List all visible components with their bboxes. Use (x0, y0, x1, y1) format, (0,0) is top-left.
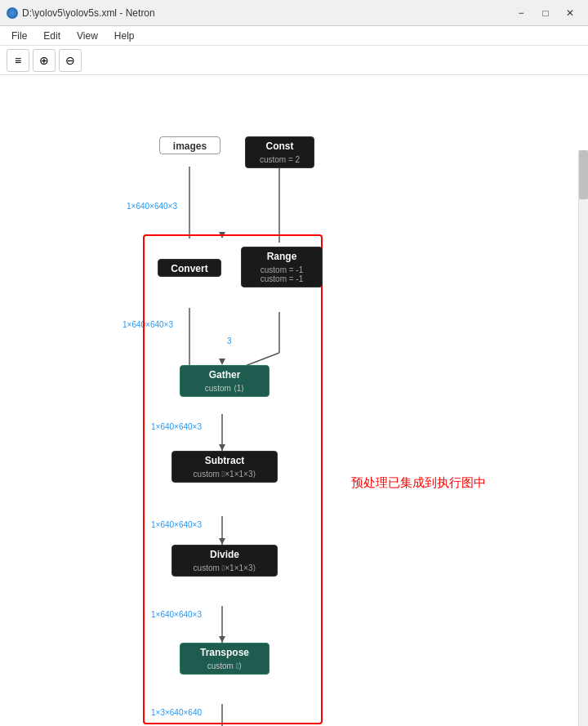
zoom-in-icon: ⊕ (39, 54, 49, 67)
node-gather[interactable]: Gather custom ⟨1⟩ (180, 365, 270, 397)
node-divide[interactable]: Divide custom 𧺁×1×1×3⟩ (172, 545, 278, 577)
node-range-title: Range (242, 247, 322, 264)
menu-help[interactable]: Help (106, 29, 143, 43)
app-icon (7, 7, 18, 19)
maximize-button[interactable]: □ (534, 5, 557, 21)
node-transpose-body: custom 𧺄⟩ (180, 660, 269, 674)
node-subtract[interactable]: Subtract custom 𧺁×1×1×3⟩ (172, 451, 278, 483)
window-title: D:\yolov5\yolov5s.xml - Netron (22, 7, 510, 19)
node-range[interactable]: Range custom = -1custom = -1 (241, 247, 323, 287)
zoom-in-button[interactable]: ⊕ (33, 49, 56, 72)
list-icon: ≡ (15, 54, 21, 67)
menu-file[interactable]: File (3, 29, 35, 43)
node-images[interactable]: images (159, 136, 220, 154)
node-gather-body: custom ⟨1⟩ (180, 382, 269, 396)
node-gather-title: Gather (180, 366, 269, 382)
node-divide-body: custom 𧺁×1×1×3⟩ (172, 562, 277, 576)
main-window: D:\yolov5\yolov5s.xml - Netron − □ ✕ Fil… (0, 0, 588, 726)
node-divide-title: Divide (172, 546, 277, 562)
graph-canvas: 1×640×640×3 3 1×640×640×3 1×640×640×3 1×… (0, 75, 588, 726)
close-button[interactable]: ✕ (559, 5, 581, 21)
node-convert-title: Convert (158, 260, 220, 276)
annotation-text: 预处理已集成到执行图中 (351, 475, 498, 491)
window-controls: − □ ✕ (510, 5, 581, 21)
label-c1: 1×640×640×3 (127, 202, 177, 211)
node-const-body: custom = 2 (246, 154, 314, 167)
titlebar: D:\yolov5\yolov5s.xml - Netron − □ ✕ (0, 0, 588, 26)
node-range-body: custom = -1custom = -1 (242, 264, 322, 287)
node-const-title: Const (246, 137, 314, 154)
menubar: File Edit View Help (0, 26, 588, 46)
node-subtract-body: custom 𧺁×1×1×3⟩ (172, 468, 277, 482)
node-images-title: images (160, 137, 220, 154)
menu-view[interactable]: View (69, 29, 106, 43)
zoom-out-icon: ⊖ (65, 54, 75, 67)
toolbar: ≡ ⊕ ⊖ (0, 46, 588, 75)
minimize-button[interactable]: − (510, 5, 532, 21)
node-convert[interactable]: Convert (158, 259, 221, 277)
zoom-out-button[interactable]: ⊖ (59, 49, 82, 72)
scrollbar-thumb[interactable] (579, 150, 588, 199)
node-subtract-title: Subtract (172, 452, 277, 468)
menu-edit[interactable]: Edit (35, 29, 69, 43)
node-transpose[interactable]: Transpose custom 𧺄⟩ (180, 643, 270, 675)
node-transpose-title: Transpose (180, 644, 269, 660)
list-button[interactable]: ≡ (7, 49, 29, 72)
scrollbar[interactable] (578, 150, 588, 726)
node-const[interactable]: Const custom = 2 (245, 136, 314, 168)
